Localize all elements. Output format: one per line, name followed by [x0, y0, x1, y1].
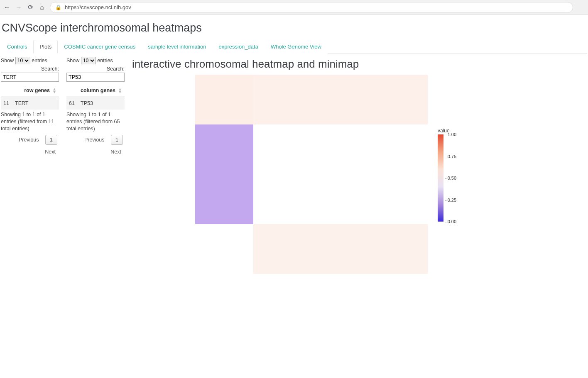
column-genes-header[interactable]: column genes ▲▼ — [66, 84, 125, 97]
legend-tick: 0.25 — [445, 198, 456, 202]
tab-expression[interactable]: expression_data — [212, 40, 264, 54]
heatmap-cell[interactable] — [195, 124, 253, 224]
table-row[interactable]: 61 TP53 — [66, 97, 125, 110]
reload-button[interactable]: ⟳ — [27, 3, 34, 11]
col-next-button[interactable]: Next — [107, 147, 125, 156]
column-genes-header-label: column genes — [81, 88, 115, 93]
column-genes-table: column genes ▲▼ 61 TP53 — [66, 84, 125, 110]
row-entries-select[interactable]: 10 — [15, 57, 30, 64]
url-text: https://cnvscope.nci.nih.gov — [65, 4, 131, 10]
col-entries-select[interactable]: 10 — [81, 57, 96, 64]
heatmap-cell[interactable] — [195, 75, 253, 124]
tab-plots[interactable]: Plots — [33, 40, 58, 54]
tab-bar: Controls Plots COSMIC cancer gene census… — [1, 39, 587, 54]
row-table-info: Showing 1 to 1 of 1 entries (filtered fr… — [1, 111, 59, 132]
heatmap-panel: interactive chromosomal heatmap and mini… — [132, 56, 587, 274]
page-title: CNVScope interchromosomal heatmaps — [1, 18, 587, 37]
legend-tick: 0.50 — [445, 176, 456, 180]
tab-controls[interactable]: Controls — [1, 40, 33, 54]
forward-button[interactable]: → — [15, 4, 22, 11]
col-table-info: Showing 1 to 1 of 1 entries (filtered fr… — [66, 111, 125, 132]
row-show-entries: Show 10 entries — [1, 57, 59, 64]
legend-tick: 0.75 — [445, 154, 456, 159]
home-button[interactable]: ⌂ — [38, 4, 46, 11]
row-genes-header-label: row genes — [24, 88, 50, 93]
col-search-input[interactable] — [66, 73, 125, 82]
entries-label: entries — [97, 58, 113, 63]
row-genes-panel: Show 10 entries Search: row genes ▲▼ — [1, 56, 59, 156]
heatmap-cell[interactable] — [253, 75, 428, 124]
table-row[interactable]: 11 TERT — [1, 97, 59, 110]
col-page-1[interactable]: 1 — [111, 135, 123, 145]
row-search-input[interactable] — [1, 73, 59, 82]
col-prev-button[interactable]: Previous — [81, 135, 108, 144]
lock-icon: 🔒 — [55, 5, 61, 10]
browser-toolbar: ← → ⟳ ⌂ 🔒 https://cnvscope.nci.nih.gov — [0, 0, 588, 15]
legend-tick: 0.00 — [445, 219, 456, 224]
entries-label: entries — [32, 58, 47, 63]
legend-ticks: 1.000.750.500.250.00 — [445, 134, 458, 222]
sort-icon: ▲▼ — [118, 88, 122, 93]
show-label: Show — [66, 58, 79, 63]
row-search-label: Search: — [41, 66, 59, 72]
heatmap-legend: value 1.000.750.500.250.00 — [438, 128, 458, 222]
row-prev-button[interactable]: Previous — [15, 135, 42, 144]
legend-tick: 1.00 — [445, 132, 456, 137]
tab-sample-level[interactable]: sample level information — [142, 40, 212, 54]
column-genes-panel: Show 10 entries Search: column genes ▲▼ — [66, 56, 125, 156]
back-button[interactable]: ← — [3, 4, 11, 11]
col-index: 61 — [66, 97, 78, 110]
heatmap-cell[interactable] — [253, 224, 428, 274]
row-genes-table: row genes ▲▼ 11 TERT — [1, 84, 59, 110]
col-pagination: Previous 1 Next — [66, 135, 125, 156]
row-page-1[interactable]: 1 — [45, 135, 57, 145]
col-search-label: Search: — [107, 66, 125, 72]
heatmap-cell[interactable] — [195, 224, 253, 274]
row-index: 11 — [1, 97, 12, 110]
col-show-entries: Show 10 entries — [66, 57, 125, 64]
col-gene: TP53 — [78, 97, 125, 110]
row-genes-header[interactable]: row genes ▲▼ — [1, 84, 59, 97]
sort-icon: ▲▼ — [52, 88, 56, 93]
row-next-button[interactable]: Next — [42, 147, 59, 156]
tab-whole-genome[interactable]: Whole Genome View — [265, 40, 328, 54]
row-gene: TERT — [12, 97, 59, 110]
heatmap-title: interactive chromosomal heatmap and mini… — [132, 56, 587, 75]
heatmap-cell[interactable] — [253, 124, 428, 224]
legend-colorbar — [438, 134, 443, 222]
tab-cosmic[interactable]: COSMIC cancer gene census — [58, 40, 142, 54]
heatmap-grid[interactable] — [195, 75, 428, 274]
page-body: CNVScope interchromosomal heatmaps Contr… — [0, 15, 588, 277]
address-bar[interactable]: 🔒 https://cnvscope.nci.nih.gov — [50, 2, 573, 13]
row-pagination: Previous 1 Next — [1, 135, 59, 156]
show-label: Show — [1, 58, 14, 63]
